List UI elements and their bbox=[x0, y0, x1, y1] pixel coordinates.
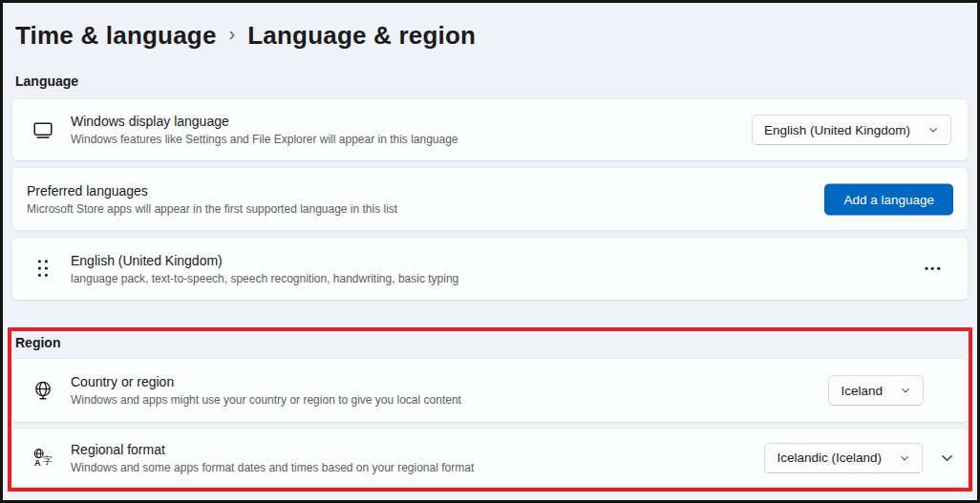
display-icon bbox=[32, 118, 54, 141]
page-title: Language & region bbox=[247, 21, 476, 51]
regional-format-dropdown[interactable]: Icelandic (Iceland) bbox=[764, 443, 923, 473]
globe-icon bbox=[32, 379, 54, 402]
region-section-heading: Region bbox=[15, 335, 60, 350]
drag-handle-icon[interactable] bbox=[32, 259, 54, 279]
country-or-region-card: Country or region Windows and apps might… bbox=[11, 358, 969, 423]
display-language-dropdown[interactable]: English (United Kingdom) bbox=[752, 115, 951, 145]
setting-description: language pack, text-to-speech, speech re… bbox=[71, 272, 968, 285]
breadcrumb: Time & language › Language & region bbox=[15, 21, 476, 51]
chevron-down-icon bbox=[900, 385, 911, 396]
regional-format-card: A 字 Regional format Windows and some app… bbox=[11, 428, 969, 488]
breadcrumb-separator-icon: › bbox=[229, 23, 236, 45]
windows-display-language-card: Windows display language Windows feature… bbox=[11, 98, 969, 161]
language-globe-icon: A 字 bbox=[32, 447, 54, 470]
svg-text:A: A bbox=[34, 458, 41, 468]
installed-language-row: English (United Kingdom) language pack, … bbox=[11, 237, 969, 301]
setting-title: English (United Kingdom) bbox=[71, 253, 968, 268]
setting-texts: English (United Kingdom) language pack, … bbox=[71, 253, 968, 285]
chevron-down-icon bbox=[927, 124, 939, 136]
expand-chevron-down-icon[interactable] bbox=[940, 451, 954, 465]
preferred-languages-card: Preferred languages Microsoft Store apps… bbox=[11, 167, 969, 231]
language-section-heading: Language bbox=[15, 73, 78, 89]
dropdown-selected-value: English (United Kingdom) bbox=[764, 123, 910, 137]
chevron-down-icon bbox=[899, 452, 910, 464]
more-ellipsis-icon[interactable]: ••• bbox=[925, 262, 943, 274]
breadcrumb-parent[interactable]: Time & language bbox=[15, 21, 217, 51]
highlight-rectangle: Region Country or region Windows and app… bbox=[8, 327, 972, 492]
dropdown-selected-value: Icelandic (Iceland) bbox=[777, 451, 882, 465]
settings-window: Time & language › Language & region Lang… bbox=[0, 0, 980, 503]
svg-text:字: 字 bbox=[43, 455, 53, 466]
country-dropdown[interactable]: Iceland bbox=[828, 375, 924, 406]
add-language-button[interactable]: Add a language bbox=[824, 183, 953, 215]
dropdown-selected-value: Iceland bbox=[841, 384, 883, 398]
